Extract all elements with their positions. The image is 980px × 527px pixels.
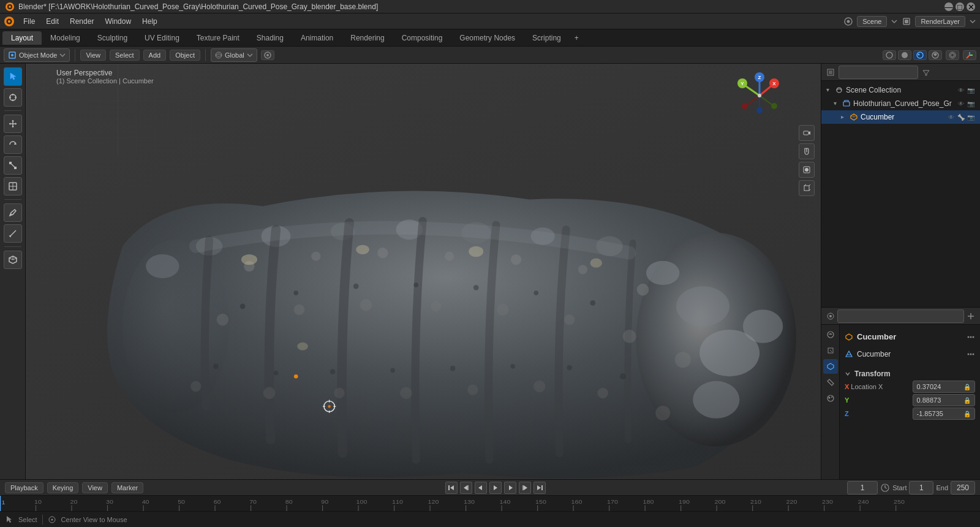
tab-scripting[interactable]: Scripting xyxy=(524,31,570,45)
gizmo-button[interactable] xyxy=(963,50,976,60)
outliner-holothurian[interactable]: ▾ Holothurian_Curved_Pose_Gr 👁 📷 xyxy=(821,97,980,110)
location-x-field[interactable]: 0.37024 🔒 xyxy=(913,381,976,393)
location-y-field[interactable]: 0.88873 🔒 xyxy=(913,394,976,406)
playback-menu[interactable]: Playback xyxy=(5,482,43,493)
transform-section[interactable]: Transform xyxy=(845,367,975,381)
annotate-tool-button[interactable] xyxy=(4,203,22,222)
transform-orientation[interactable]: Global xyxy=(211,48,257,62)
render-button[interactable] xyxy=(799,162,815,178)
mesh-name-options-icon[interactable] xyxy=(967,350,975,358)
next-frame-button[interactable] xyxy=(504,482,516,494)
rotate-tool-button[interactable] xyxy=(4,135,22,154)
solid-shading[interactable] xyxy=(898,50,911,60)
header-view-button[interactable]: View xyxy=(80,50,106,61)
tab-animation[interactable]: Animation xyxy=(292,31,342,45)
next-keyframe-button[interactable] xyxy=(519,482,531,494)
maximize-button[interactable]: □ xyxy=(956,2,964,11)
minimize-button[interactable]: — xyxy=(944,2,953,11)
location-z-lock[interactable]: 🔒 xyxy=(963,411,971,417)
viewport-3d[interactable]: User Perspective (1) Scene Collection | … xyxy=(26,64,821,479)
end-frame-input[interactable]: 250 xyxy=(951,481,975,495)
tab-modeling[interactable]: Modeling xyxy=(42,31,89,45)
timeline-view-menu[interactable]: View xyxy=(82,482,108,493)
tab-geometry-nodes[interactable]: Geometry Nodes xyxy=(451,31,524,45)
header-select-button[interactable]: Select xyxy=(110,50,140,61)
tab-sculpting[interactable]: Sculpting xyxy=(89,31,136,45)
jump-to-end-button[interactable] xyxy=(533,482,546,494)
add-workspace-button[interactable]: + xyxy=(570,31,584,45)
scene-selector[interactable]: Scene xyxy=(857,16,887,27)
prop-tab-render[interactable] xyxy=(823,327,838,342)
scene-collection-actions[interactable]: 👁 📷 xyxy=(957,86,975,94)
object-name-options-icon[interactable] xyxy=(967,333,975,341)
rendered-shading[interactable] xyxy=(929,50,942,60)
scene-visibility-btn[interactable]: 👁 xyxy=(957,86,965,94)
prop-tab-material[interactable] xyxy=(823,391,838,406)
menu-edit[interactable]: Edit xyxy=(41,16,64,27)
outliner-scene-collection[interactable]: ▾ Scene Collection 👁 📷 xyxy=(821,83,980,97)
outliner-search-input[interactable] xyxy=(839,66,918,79)
cucumber-bone-btn[interactable]: 🦴 xyxy=(957,113,965,121)
transform-tool-button[interactable] xyxy=(4,177,22,195)
prop-tab-modifier[interactable] xyxy=(823,375,838,390)
properties-add-icon[interactable] xyxy=(967,312,975,320)
prev-keyframe-button[interactable] xyxy=(460,482,472,494)
tab-layout[interactable]: Layout xyxy=(2,31,42,45)
svg-line-144 xyxy=(851,116,854,117)
grab-button[interactable] xyxy=(799,143,815,159)
zoom-camera-button[interactable] xyxy=(799,125,815,141)
snap-toggle[interactable] xyxy=(261,50,274,60)
keying-menu[interactable]: Keying xyxy=(47,482,79,493)
marker-menu[interactable]: Marker xyxy=(111,482,143,493)
play-pause-button[interactable] xyxy=(489,482,502,494)
measure-tool-button[interactable] xyxy=(4,224,22,243)
location-z-field[interactable]: -1.85735 🔒 xyxy=(913,408,976,420)
start-frame-input[interactable]: 1 xyxy=(909,481,933,495)
tab-texture-paint[interactable]: Texture Paint xyxy=(188,31,248,45)
wireframe-shading[interactable] xyxy=(883,50,896,60)
cucumber-render-btn[interactable]: 📷 xyxy=(967,113,975,121)
location-y-lock[interactable]: 🔒 xyxy=(963,397,971,404)
header-add-button[interactable]: Add xyxy=(143,50,167,61)
tab-shading[interactable]: Shading xyxy=(248,31,292,45)
outliner-cucumber[interactable]: ▸ Cucumber 👁 🦴 📷 xyxy=(821,110,980,124)
menu-window[interactable]: Window xyxy=(100,16,136,27)
overlay-button[interactable] xyxy=(946,50,959,60)
move-tool-button[interactable] xyxy=(4,115,22,133)
timeline-ruler[interactable]: 1 10 20 30 40 50 60 70 80 90 100 110 120 xyxy=(0,496,980,511)
location-x-lock[interactable]: 🔒 xyxy=(963,384,971,390)
holothurian-render-btn[interactable]: 📷 xyxy=(967,99,975,108)
prop-tab-output[interactable] xyxy=(823,343,838,358)
menu-file[interactable]: File xyxy=(18,16,40,27)
select-tool-button[interactable] xyxy=(4,67,22,86)
tab-compositing[interactable]: Compositing xyxy=(393,31,451,45)
tab-rendering[interactable]: Rendering xyxy=(342,31,393,45)
mode-selector[interactable]: Object Mode xyxy=(4,48,70,62)
scene-render-btn[interactable]: 📷 xyxy=(967,86,975,94)
material-shading[interactable] xyxy=(913,50,927,60)
close-button[interactable]: ✕ xyxy=(967,2,975,11)
add-cube-button[interactable] xyxy=(4,251,22,269)
tab-uv-editing[interactable]: UV Editing xyxy=(136,31,188,45)
properties-search-input[interactable] xyxy=(837,309,964,323)
header-object-button[interactable]: Object xyxy=(170,50,200,61)
outliner-filter-icon[interactable] xyxy=(922,68,930,77)
holothurian-actions[interactable]: 👁 📷 xyxy=(957,99,975,108)
cucumber-actions[interactable]: 👁 🦴 📷 xyxy=(947,113,975,121)
cursor-tool-button[interactable] xyxy=(4,88,22,107)
window-controls[interactable]: — □ ✕ xyxy=(944,2,975,11)
scale-tool-button[interactable] xyxy=(4,156,22,175)
location-y-label: Y xyxy=(845,394,908,406)
prev-frame-button[interactable] xyxy=(475,482,487,494)
menu-help[interactable]: Help xyxy=(137,16,162,27)
prop-tab-object[interactable] xyxy=(823,359,838,374)
current-frame-input[interactable]: 1 xyxy=(847,481,878,495)
snap-controls[interactable] xyxy=(261,50,274,60)
viewport-gizmo[interactable]: Z X Y xyxy=(735,71,784,120)
cucumber-visibility-btn[interactable]: 👁 xyxy=(947,113,956,121)
holothurian-visibility-btn[interactable]: 👁 xyxy=(957,99,965,108)
orthographic-button[interactable] xyxy=(799,180,815,196)
render-layer-selector[interactable]: RenderLayer xyxy=(915,16,965,27)
jump-to-start-button[interactable] xyxy=(445,482,458,494)
menu-render[interactable]: Render xyxy=(65,16,99,27)
